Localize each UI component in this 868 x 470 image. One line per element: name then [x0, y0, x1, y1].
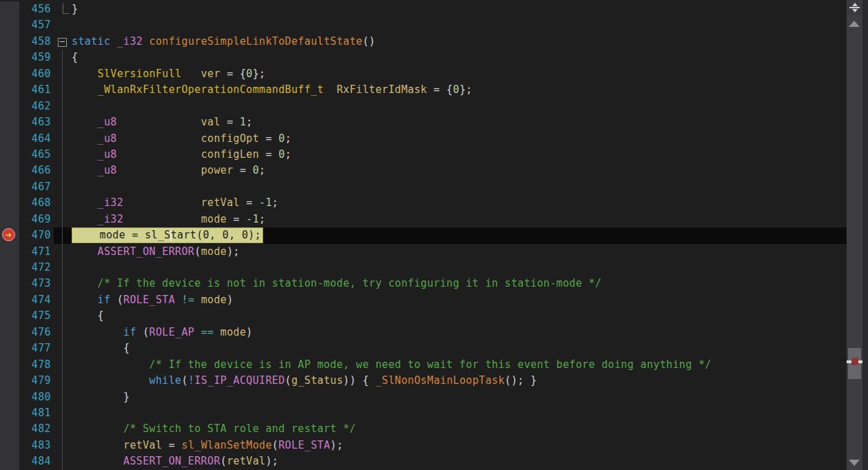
line-number[interactable]: 477	[19, 340, 54, 356]
breakpoint-margin-cell[interactable]	[0, 325, 19, 340]
split-editor-handle-icon[interactable]	[847, 0, 862, 15]
code-line[interactable]: 462	[0, 99, 868, 114]
breakpoint-margin-cell[interactable]	[0, 66, 19, 82]
line-number[interactable]: 479	[19, 373, 54, 389]
breakpoint-margin-cell[interactable]	[0, 405, 19, 421]
code-line[interactable]: 460 SlVersionFull ver = {0};	[0, 66, 868, 82]
line-number[interactable]: 464	[19, 131, 54, 147]
code-line[interactable]: 484 ASSERT_ON_ERROR(retVal);	[0, 453, 868, 469]
line-number[interactable]: 474	[19, 292, 54, 308]
breakpoint-margin-cell[interactable]	[0, 195, 19, 211]
code-line-text[interactable]: SlVersionFull ver = {0};	[72, 66, 868, 82]
line-number[interactable]: 483	[19, 438, 54, 453]
code-line-text[interactable]: {	[72, 308, 868, 324]
code-editor[interactable]: 456}457458static _i32 configureSimpleLin…	[0, 0, 868, 470]
line-number[interactable]: 456	[19, 1, 54, 17]
code-line-text[interactable]: _i32 mode = -1;	[72, 212, 868, 227]
code-line[interactable]: 470 mode = sl_Start(0, 0, 0);	[0, 227, 868, 243]
line-number[interactable]: 463	[19, 114, 54, 130]
line-number[interactable]: 467	[19, 179, 54, 195]
breakpoint-margin-cell[interactable]	[0, 17, 19, 33]
code-line-text[interactable]: /* If the device is in AP mode, we need …	[72, 357, 868, 373]
line-number[interactable]: 484	[19, 453, 54, 469]
code-line[interactable]: 456}	[0, 1, 868, 17]
code-line-text[interactable]: {	[72, 340, 868, 356]
line-number[interactable]: 469	[19, 212, 54, 227]
code-line[interactable]: 469 _i32 mode = -1;	[0, 212, 868, 227]
breakpoint-current-arrow-icon[interactable]: ➜	[2, 228, 15, 241]
code-line[interactable]: 459{	[0, 50, 868, 65]
code-line[interactable]: 463 _u8 val = 1;	[0, 114, 868, 130]
breakpoint-margin-cell[interactable]	[0, 453, 19, 469]
breakpoint-margin-cell[interactable]	[0, 340, 19, 356]
code-line-text[interactable]: mode = sl_Start(0, 0, 0);	[72, 227, 868, 243]
code-line[interactable]: 476 if (ROLE_AP == mode)	[0, 325, 868, 340]
breakpoint-margin-cell[interactable]	[0, 373, 19, 389]
code-line-text[interactable]: _u8 configOpt = 0;	[72, 131, 868, 147]
breakpoint-margin-cell[interactable]	[0, 244, 19, 260]
code-line[interactable]: 479 while(!IS_IP_ACQUIRED(g_Status)) { _…	[0, 373, 868, 389]
code-line-text[interactable]: _u8 val = 1;	[72, 114, 868, 130]
code-line[interactable]: 471 ASSERT_ON_ERROR(mode);	[0, 244, 868, 260]
breakpoint-margin-cell[interactable]	[0, 357, 19, 373]
code-line-text[interactable]	[72, 17, 868, 33]
line-number[interactable]: 471	[19, 244, 54, 260]
breakpoint-margin-cell[interactable]	[0, 147, 19, 163]
code-line-text[interactable]: if (ROLE_STA != mode)	[72, 292, 868, 308]
code-line-text[interactable]	[72, 99, 868, 114]
breakpoint-margin-cell[interactable]	[0, 163, 19, 178]
line-number[interactable]: 476	[19, 325, 54, 340]
code-line-text[interactable]	[72, 260, 868, 276]
breakpoint-margin-cell[interactable]	[0, 260, 19, 276]
line-number[interactable]: 460	[19, 66, 54, 82]
scroll-down-arrow-icon[interactable]	[849, 460, 860, 466]
breakpoint-margin-cell[interactable]	[0, 438, 19, 453]
code-line-text[interactable]: _WlanRxFilterOperationCommandBuff_t RxFi…	[72, 82, 868, 98]
code-line-text[interactable]	[72, 405, 868, 421]
line-number[interactable]: 472	[19, 260, 54, 276]
code-line-text[interactable]: }	[72, 1, 868, 17]
code-line[interactable]: 467	[0, 179, 868, 195]
code-line[interactable]: 472	[0, 260, 868, 276]
line-number[interactable]: 480	[19, 389, 54, 405]
code-line[interactable]: 483 retVal = sl_WlanSetMode(ROLE_STA);	[0, 438, 868, 453]
breakpoint-margin-cell[interactable]	[0, 179, 19, 195]
scroll-up-arrow-icon[interactable]	[849, 21, 860, 27]
line-number[interactable]: 462	[19, 99, 54, 114]
breakpoint-margin-cell[interactable]	[0, 212, 19, 227]
breakpoint-margin-cell[interactable]	[0, 114, 19, 130]
code-line[interactable]: 475 {	[0, 308, 868, 324]
code-line[interactable]: 465 _u8 configLen = 0;	[0, 147, 868, 163]
code-line[interactable]: 480 }	[0, 389, 868, 405]
code-line[interactable]: 481	[0, 405, 868, 421]
line-number[interactable]: 482	[19, 421, 54, 437]
line-number[interactable]: 468	[19, 195, 54, 211]
code-line[interactable]: 464 _u8 configOpt = 0;	[0, 131, 868, 147]
code-line[interactable]: 468 _i32 retVal = -1;	[0, 195, 868, 211]
code-line[interactable]: 477 {	[0, 340, 868, 356]
breakpoint-margin-cell[interactable]	[0, 421, 19, 437]
code-line-text[interactable]: ASSERT_ON_ERROR(mode);	[72, 244, 868, 260]
line-number[interactable]: 475	[19, 308, 54, 324]
code-line[interactable]: 461 _WlanRxFilterOperationCommandBuff_t …	[0, 82, 868, 98]
line-number[interactable]: 473	[19, 276, 54, 292]
code-line-text[interactable]	[72, 179, 868, 195]
code-line-text[interactable]: /* Switch to STA role and restart */	[72, 421, 868, 437]
line-number[interactable]: 481	[19, 405, 54, 421]
scrollbar-track[interactable]	[847, 15, 862, 470]
code-line-text[interactable]: _u8 power = 0;	[72, 163, 868, 178]
line-number[interactable]: 465	[19, 147, 54, 163]
code-line-text[interactable]: retVal = sl_WlanSetMode(ROLE_STA);	[72, 438, 868, 453]
code-line[interactable]: 458static _i32 configureSimpleLinkToDefa…	[0, 34, 868, 50]
breakpoint-margin-cell[interactable]	[0, 292, 19, 308]
breakpoint-margin-cell[interactable]	[0, 1, 19, 17]
code-line[interactable]: 482 /* Switch to STA role and restart */	[0, 421, 868, 437]
breakpoint-margin-cell[interactable]	[0, 389, 19, 405]
breakpoint-margin-cell[interactable]	[0, 276, 19, 292]
code-line-text[interactable]: _i32 retVal = -1;	[72, 195, 868, 211]
breakpoint-margin-cell[interactable]	[0, 82, 19, 98]
breakpoint-margin-cell[interactable]	[0, 99, 19, 114]
breakpoint-margin-cell[interactable]	[0, 50, 19, 65]
code-line-text[interactable]: /* If the device is not in station-mode,…	[72, 276, 868, 292]
line-number[interactable]: 466	[19, 163, 54, 178]
